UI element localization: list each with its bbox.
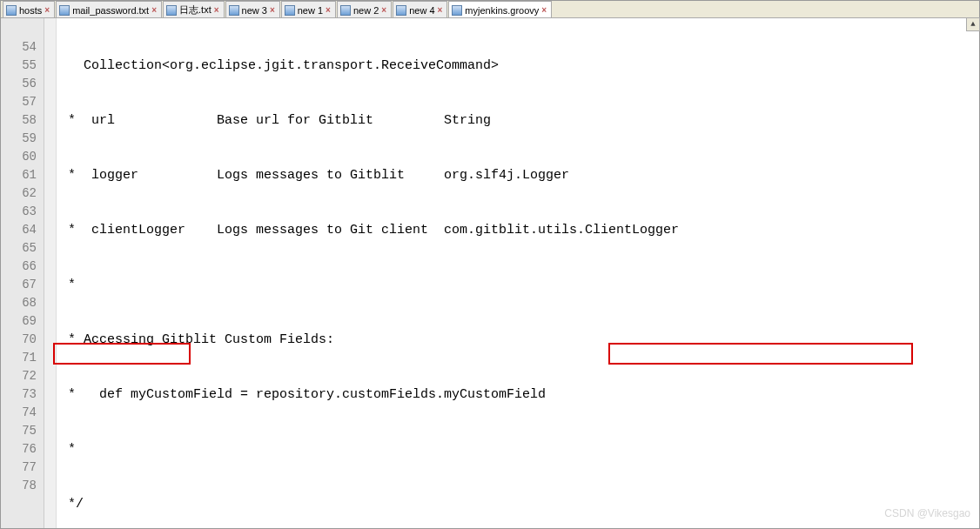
- tab-label: hosts: [19, 5, 42, 16]
- code-line: * def myCustomField = repository.customF…: [60, 385, 979, 404]
- tab-log[interactable]: 日志.txt×: [163, 1, 225, 17]
- tab-label: new 3: [242, 5, 267, 16]
- file-icon: [285, 5, 295, 16]
- file-icon: [396, 5, 406, 16]
- file-icon: [6, 5, 17, 16]
- close-icon[interactable]: ×: [381, 5, 386, 15]
- file-icon: [166, 5, 177, 16]
- code-line: *: [60, 440, 979, 459]
- fold-column: [44, 18, 57, 528]
- code-line: */: [60, 495, 979, 513]
- close-icon[interactable]: ×: [214, 5, 219, 15]
- file-icon: [340, 5, 351, 16]
- code-line: * url Base url for Gitblit String: [60, 111, 979, 130]
- code-line: Collection<org.eclipse.jgit.transport.Re…: [60, 57, 979, 75]
- code-line: * clientLogger Logs messages to Git clie…: [60, 221, 979, 239]
- close-icon[interactable]: ×: [438, 5, 443, 15]
- code-line: * logger Logs messages to Gitblit org.sl…: [60, 166, 979, 184]
- file-icon: [229, 5, 239, 16]
- tab-new-4[interactable]: new 4×: [393, 1, 447, 17]
- tab-new-1[interactable]: new 1×: [281, 1, 336, 17]
- tab-hosts[interactable]: hosts×: [3, 1, 55, 17]
- close-icon[interactable]: ×: [44, 5, 50, 15]
- tab-myjenkins-groovy[interactable]: myjenkins.groovy×: [448, 1, 552, 17]
- tab-new-3[interactable]: new 3×: [225, 1, 280, 17]
- close-icon[interactable]: ×: [541, 5, 547, 15]
- close-icon[interactable]: ×: [326, 5, 331, 15]
- scroll-up-button[interactable]: ▲: [966, 17, 980, 31]
- tab-label: new 1: [298, 5, 323, 16]
- code-area[interactable]: Collection<org.eclipse.jgit.transport.Re…: [57, 18, 979, 528]
- tab-mail-password[interactable]: mail_password.txt×: [56, 1, 162, 17]
- code-line: * Accessing Gitblit Custom Fields:: [60, 331, 979, 349]
- file-icon: [452, 5, 462, 16]
- close-icon[interactable]: ×: [151, 5, 157, 15]
- tab-label: 日志.txt: [179, 3, 211, 17]
- tab-label: myjenkins.groovy: [465, 5, 539, 16]
- close-icon[interactable]: ×: [270, 5, 275, 15]
- tab-label: new 2: [353, 5, 379, 16]
- tab-bar: hosts× mail_password.txt× 日志.txt× new 3×…: [1, 1, 979, 18]
- code-line: *: [60, 276, 979, 294]
- editor-area[interactable]: 5455565758596061626364656667686970717273…: [1, 18, 979, 528]
- tab-label: mail_password.txt: [72, 5, 149, 16]
- tab-label: new 4: [409, 5, 434, 16]
- line-number-gutter: 5455565758596061626364656667686970717273…: [1, 18, 44, 528]
- tab-new-2[interactable]: new 2×: [337, 1, 392, 17]
- file-icon: [59, 5, 70, 16]
- watermark: CSDN @Vikesgao: [884, 505, 970, 523]
